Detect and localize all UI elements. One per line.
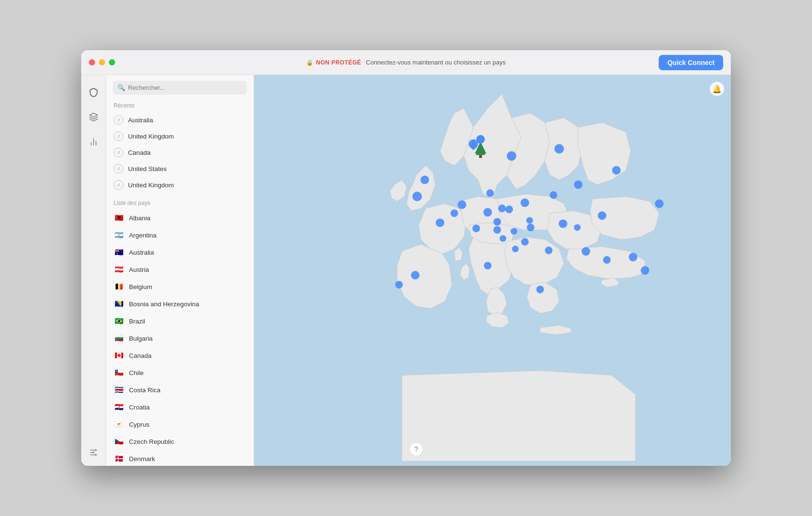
country-name-8: Canada (129, 352, 151, 359)
svg-point-39 (411, 271, 419, 280)
svg-point-40 (598, 211, 607, 220)
svg-point-29 (527, 224, 534, 231)
svg-point-42 (486, 189, 494, 197)
svg-point-8 (92, 452, 94, 453)
countries-list: 🇦🇱 Albania 🇦🇷 Argentina 🇦🇺 Australia 🇦🇹 … (106, 209, 254, 466)
recent-item-1[interactable]: ↺ United Kingdom (106, 128, 254, 144)
svg-point-30 (559, 219, 567, 228)
svg-point-22 (498, 204, 506, 212)
recent-item-2[interactable]: ↺ Canada (106, 144, 254, 161)
svg-rect-51 (479, 155, 482, 158)
svg-point-20 (483, 208, 492, 216)
svg-point-21 (493, 218, 501, 226)
lock-icon: 🔒 (306, 59, 314, 66)
layers-icon[interactable] (86, 109, 101, 125)
titlebar-center: 🔒 NON PROTÉGÉ Connectez-vous maintenant … (306, 59, 505, 66)
recent-name-0: Australia (128, 117, 153, 124)
recent-item-0[interactable]: ↺ Australia (106, 112, 254, 128)
country-name-2: Australia (129, 249, 154, 256)
svg-point-36 (629, 253, 637, 261)
close-button[interactable] (89, 59, 95, 65)
country-name-10: Costa Rica (129, 387, 160, 394)
search-bar: 🔍 (106, 81, 254, 100)
recent-icon-2: ↺ (114, 148, 123, 157)
country-item-8[interactable]: 🇨🇦 Canada (106, 347, 254, 364)
svg-point-47 (574, 224, 581, 231)
flag-8: 🇨🇦 (114, 350, 124, 361)
country-name-7: Bulgaria (129, 335, 153, 342)
svg-point-33 (545, 247, 553, 254)
country-item-0[interactable]: 🇦🇱 Albania (106, 209, 254, 226)
country-name-13: Czech Republic (129, 438, 174, 445)
connection-status: 🔒 NON PROTÉGÉ (306, 59, 361, 66)
countries-label: Liste des pays (106, 198, 254, 209)
svg-text:?: ? (414, 445, 418, 453)
recents-list: ↺ Australia ↺ United Kingdom ↺ Canada ↺ … (106, 112, 254, 193)
flag-3: 🇦🇹 (114, 264, 124, 275)
settings-icon[interactable] (86, 445, 101, 460)
flag-7: 🇧🇬 (114, 333, 124, 344)
country-name-0: Albania (129, 215, 150, 222)
svg-point-15 (612, 166, 620, 174)
flag-4: 🇧🇪 (114, 281, 124, 292)
recent-icon-4: ↺ (114, 180, 123, 190)
map-area: ? − + 🔔 (254, 75, 731, 466)
country-name-3: Austria (129, 266, 149, 273)
country-item-14[interactable]: 🇩🇰 Denmark (106, 450, 254, 466)
stats-icon[interactable] (86, 134, 101, 150)
flag-1: 🇦🇷 (114, 230, 124, 240)
recent-item-4[interactable]: ↺ United Kingdom (106, 177, 254, 193)
country-item-13[interactable]: 🇨🇿 Czech Republic (106, 433, 254, 450)
svg-point-28 (505, 205, 513, 213)
minimize-button[interactable] (99, 59, 105, 65)
country-name-12: Cyprus (129, 421, 150, 428)
recent-icon-0: ↺ (114, 115, 123, 125)
svg-point-31 (521, 238, 529, 246)
recent-name-2: Canada (128, 149, 150, 156)
notification-bell[interactable]: 🔔 (710, 82, 724, 96)
recent-icon-1: ↺ (114, 131, 123, 141)
svg-point-14 (574, 180, 583, 189)
svg-point-35 (603, 256, 611, 264)
country-item-2[interactable]: 🇦🇺 Australia (106, 244, 254, 261)
country-item-5[interactable]: 🇧🇦 Bosnia and Herzegovina (106, 295, 254, 312)
flag-5: 🇧🇦 (114, 299, 124, 309)
svg-point-24 (472, 225, 480, 232)
svg-point-26 (511, 228, 517, 235)
recent-name-3: United States (128, 165, 167, 172)
svg-point-19 (450, 209, 458, 217)
flag-6: 🇧🇷 (114, 316, 124, 326)
svg-point-34 (582, 247, 590, 256)
sidebar-scrollable: 🔍 Récents ↺ Australia ↺ United Kingdom (106, 75, 254, 466)
country-item-11[interactable]: 🇭🇷 Croatia (106, 398, 254, 416)
app-window: 🔒 NON PROTÉGÉ Connectez-vous maintenant … (81, 50, 731, 466)
recent-item-3[interactable]: ↺ United States (106, 161, 254, 177)
svg-point-37 (536, 286, 544, 293)
svg-point-46 (641, 266, 649, 275)
country-name-9: Chile (129, 369, 144, 376)
country-item-1[interactable]: 🇦🇷 Argentina (106, 226, 254, 244)
svg-point-9 (95, 454, 96, 455)
search-input[interactable] (128, 84, 242, 91)
country-item-12[interactable]: 🇨🇾 Cyprus (106, 416, 254, 433)
svg-point-12 (507, 151, 516, 161)
country-item-4[interactable]: 🇧🇪 Belgium (106, 278, 254, 295)
svg-point-13 (555, 144, 564, 154)
country-item-9[interactable]: 🇨🇱 Chile (106, 364, 254, 381)
quick-connect-button[interactable]: Quick Connect (659, 55, 723, 70)
svg-point-17 (420, 175, 429, 184)
flag-11: 🇭🇷 (114, 402, 124, 412)
maximize-button[interactable] (109, 59, 115, 65)
recent-name-4: United Kingdom (128, 182, 174, 189)
country-item-10[interactable]: 🇨🇷 Costa Rica (106, 381, 254, 398)
search-input-wrap[interactable]: 🔍 (113, 81, 247, 95)
recent-icon-3: ↺ (114, 164, 123, 173)
shield-icon[interactable] (86, 85, 101, 100)
flag-10: 🇨🇷 (114, 385, 124, 395)
svg-point-45 (655, 199, 663, 208)
country-item-7[interactable]: 🇧🇬 Bulgaria (106, 330, 254, 347)
titlebar: 🔒 NON PROTÉGÉ Connectez-vous maintenant … (81, 50, 731, 75)
flag-13: 🇨🇿 (114, 436, 124, 447)
country-item-6[interactable]: 🇧🇷 Brazil (106, 312, 254, 330)
country-item-3[interactable]: 🇦🇹 Austria (106, 261, 254, 278)
